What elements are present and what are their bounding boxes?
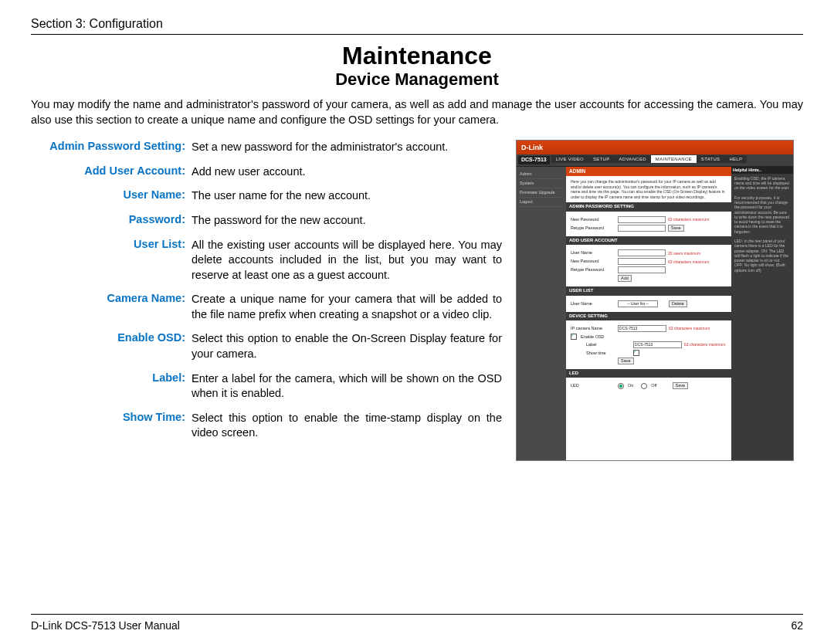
def-term: Password: [31,213,192,229]
led-off-radio[interactable] [641,383,647,389]
page-subtitle: Device Management [31,69,803,90]
add-newpw-label: New Password [571,259,615,264]
def-desc: Select this option to enable the time-st… [192,411,502,441]
def-row: Label:Enter a label for the camera, whic… [31,371,502,402]
screenshot-main: ADMIN Here you can change the administra… [566,167,731,460]
add-username-input[interactable] [618,249,666,256]
def-row: Add User Account:Add new user account. [31,164,502,180]
sidebar-item[interactable]: Logout [519,198,564,207]
led-heading: LED [566,369,731,378]
nav-tab[interactable]: LIVE VIDEO [551,155,588,163]
def-term: Camera Name: [31,292,192,322]
new-password-label: New Password [571,217,615,222]
hints-text: Enabling OSD, the IP camera name and tim… [734,176,790,273]
showtime-checkbox[interactable] [633,350,639,356]
footer-right: 62 [791,619,803,632]
userlist-label: User Name [571,301,615,307]
def-desc: Enter a label for the camera, which will… [192,371,502,402]
def-row: Password:The password for the new accoun… [31,213,502,229]
osd-label-label: Label [571,342,631,347]
admin-screenshot: D-Link DCS-7513 LIVE VIDEOSETUPADVANCEDM… [516,140,794,461]
camname-label: IP camera Name [571,326,615,331]
led-on-radio[interactable] [618,383,624,389]
nav-tab[interactable]: STATUS [697,155,725,163]
device-heading: DEVICE SETTING [566,312,731,321]
top-rule [31,34,803,35]
brand-bar: D-Link [517,141,793,154]
nav-tab[interactable]: ADVANCED [615,155,651,163]
led-on-label: On [628,383,633,388]
enable-osd-label: Enable OSD [581,334,605,340]
def-term: Enable OSD: [31,331,192,361]
def-desc: Select this option to enable the On-Scre… [192,331,502,361]
led-off-label: Off [651,383,656,388]
def-row: Admin Password Setting:Set a new passwor… [31,140,502,155]
add-username-label: User Name [571,250,615,256]
add-user-heading: ADD USER ACCOUNT [566,236,731,246]
section-header: Section 3: Configuration [31,17,803,31]
footer-left: D-Link DCS-7513 User Manual [31,619,180,632]
userlist-heading: USER LIST [566,286,731,296]
def-term: User List: [31,238,192,283]
def-row: Enable OSD:Select this option to enable … [31,331,502,361]
sidebar-item[interactable]: Firmware Upgrade [519,188,564,198]
nav-tab[interactable]: MAINTENANCE [651,155,697,163]
osd-label-input[interactable]: DCS-7513 [633,341,682,348]
def-desc: Set a new password for the administrator… [192,140,502,155]
led-save-button[interactable]: Save [673,382,689,389]
add-retypepw-input[interactable] [618,266,666,273]
add-note2: 63 characters maximum [668,259,709,264]
retype-password-label: Retype Password [571,225,615,231]
def-term: Add User Account: [31,164,192,180]
intro-paragraph: You may modify the name and administrato… [31,97,803,127]
device-save-button[interactable]: Save [618,358,634,364]
led-label: LED [571,383,615,388]
nav-tab[interactable]: SETUP [588,155,615,163]
def-row: Camera Name:Create a unique name for you… [31,292,502,322]
new-password-input[interactable] [618,216,666,223]
def-row: Show Time:Select this option to enable t… [31,411,502,441]
sidebar: AdminSystemFirmware UpgradeLogout [517,167,566,460]
pw-note: 63 characters maximum [668,217,709,222]
def-term: Show Time: [31,411,192,441]
retype-password-input[interactable] [618,225,666,232]
model-badge: DCS-7513 [518,156,550,164]
pw-save-button[interactable]: Save [668,225,684,232]
def-term: Admin Password Setting: [31,140,192,155]
admin-text: Here you can change the administrator's … [566,176,731,202]
def-desc: Create a unique name for your camera tha… [192,292,502,322]
def-desc: Add new user account. [192,164,502,180]
nav-tabs: DCS-7513 LIVE VIDEOSETUPADVANCEDMAINTENA… [517,154,793,167]
sidebar-item[interactable]: System [519,179,564,188]
userlist-select[interactable]: -- User list -- [618,300,658,307]
add-button[interactable]: Add [618,275,632,282]
delete-button[interactable]: Delete [669,300,687,307]
admin-heading: ADMIN [566,167,731,176]
def-term: Label: [31,371,192,402]
def-row: User List:All the existing user accounts… [31,238,502,283]
def-row: User Name:The user name for the new acco… [31,188,502,204]
bottom-rule [31,614,803,615]
add-retypepw-label: Retype Password [571,267,615,273]
add-newpw-input[interactable] [618,258,666,265]
definitions-list: Admin Password Setting:Set a new passwor… [31,140,502,440]
osd-label-note: 63 characters maximum [684,342,725,347]
add-note1: 20 users maximum [668,251,700,256]
def-term: User Name: [31,188,192,204]
def-desc: All the existing user accounts will be d… [192,238,502,283]
camname-input[interactable]: DCS-7513 [618,325,666,332]
hints-title: Helpful Hints.. [731,167,793,174]
showtime-label: Show time [571,351,631,356]
camname-note: 63 characters maximum [669,326,710,330]
def-desc: The password for the new account. [192,213,502,229]
page-title: Maintenance [31,42,803,69]
hints-panel: Helpful Hints.. Enabling OSD, the IP cam… [731,167,793,460]
nav-tab[interactable]: HELP [724,155,747,163]
pw-heading: ADMIN PASSWORD SETTING [566,202,731,212]
def-desc: The user name for the new account. [192,188,502,204]
enable-osd-checkbox[interactable] [571,334,577,340]
sidebar-item[interactable]: Admin [519,170,564,179]
